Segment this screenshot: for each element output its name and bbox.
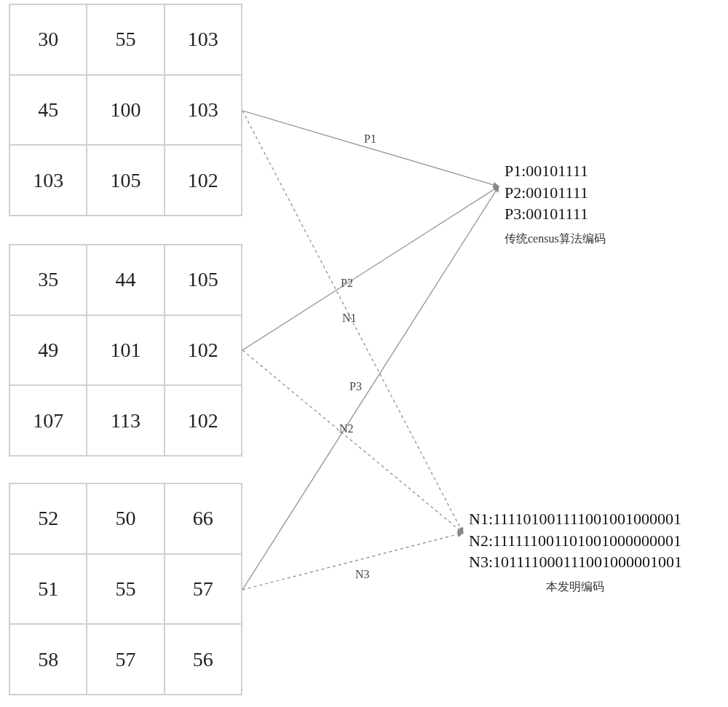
cell: 51	[9, 554, 87, 625]
edge-label-n3: N3	[355, 568, 370, 581]
edge-label-p2: P2	[341, 277, 353, 290]
cell: 113	[87, 385, 164, 456]
p2-code: P2:00101111	[505, 182, 606, 204]
n2-code: N2:111111001101001000000001	[469, 530, 682, 552]
cell: 103	[165, 4, 242, 75]
n-encoding-block: N1:111101001111001001000001 N2:111111001…	[469, 508, 682, 595]
cell: 49	[9, 315, 87, 386]
cell: 105	[165, 245, 242, 315]
cell: 55	[87, 4, 164, 75]
cell: 35	[9, 245, 87, 315]
edge-label-n1: N1	[342, 312, 357, 325]
edge-label-n2: N2	[339, 422, 354, 435]
p-encoding-block: P1:00101111 P2:00101111 P3:00101111 传统ce…	[505, 160, 606, 247]
cell: 45	[9, 75, 87, 146]
cell: 57	[87, 624, 164, 695]
cell: 44	[87, 245, 164, 315]
grid-1: 30 55 103 45 100 103 103 105 102	[9, 4, 242, 216]
line-p2	[242, 186, 499, 350]
n3-code: N3:101111000111001000001001	[469, 551, 682, 573]
cell: 107	[9, 385, 87, 456]
n-caption: 本发明编码	[469, 579, 682, 595]
grid-3: 52 50 66 51 55 57 58 57 56	[9, 483, 242, 695]
cell: 101	[87, 315, 164, 386]
cell: 50	[87, 483, 164, 554]
cell: 52	[9, 483, 87, 554]
line-p3	[242, 186, 499, 590]
cell: 103	[9, 145, 87, 216]
cell: 56	[165, 624, 242, 695]
edge-label-p3: P3	[349, 380, 362, 393]
grid-2: 35 44 105 49 101 102 107 113 102	[9, 244, 242, 457]
p-caption: 传统census算法编码	[505, 231, 606, 247]
cell: 100	[87, 75, 164, 146]
line-n3	[242, 533, 463, 590]
line-n2	[242, 350, 463, 533]
edge-label-p1: P1	[364, 133, 376, 146]
cell: 58	[9, 624, 87, 695]
cell: 103	[165, 75, 242, 146]
n1-code: N1:111101001111001001000001	[469, 508, 682, 530]
cell: 55	[87, 554, 164, 625]
p1-code: P1:00101111	[505, 160, 606, 182]
cell: 102	[165, 145, 242, 216]
cell: 105	[87, 145, 164, 216]
p3-code: P3:00101111	[505, 203, 606, 225]
cell: 57	[165, 554, 242, 625]
cell: 66	[165, 483, 242, 554]
line-p1	[242, 111, 499, 186]
cell: 102	[165, 315, 242, 386]
cell: 30	[9, 4, 87, 75]
cell: 102	[165, 385, 242, 456]
